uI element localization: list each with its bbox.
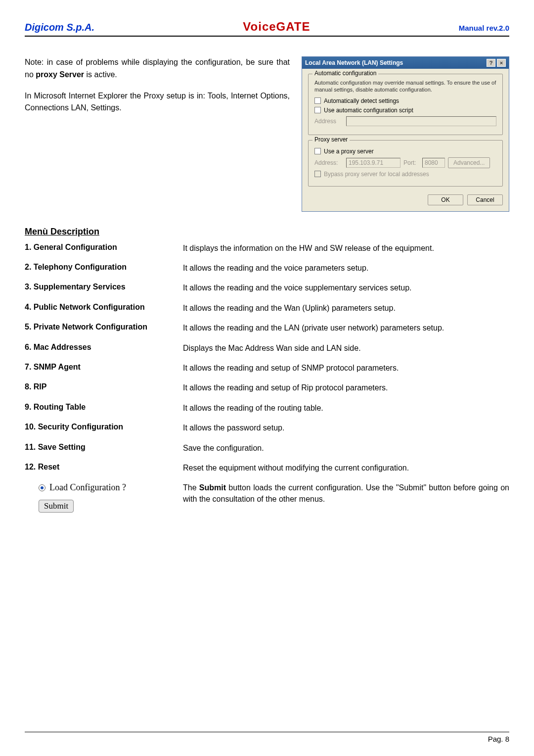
menu-row: 11. Save Setting Save the configuration. [25,443,509,454]
dialog-buttons: OK Cancel [308,191,503,205]
group-proxy-legend: Proxy server [312,136,350,143]
menu-row: 1. General Configuration It displays the… [25,243,509,254]
menu-item-label: 8. RIP [25,382,183,391]
radio-icon[interactable] [39,484,45,491]
menu-row: 9. Routing Table It allows the reading o… [25,403,509,414]
menu-row: 10. Security Configuration It allows the… [25,423,509,433]
menu-item-desc: It allows the reading of the routing tab… [183,403,509,414]
proxy-addr-label: Address: [314,159,343,166]
menu-item-desc: Displays the Mac Address Wan side and LA… [183,343,509,354]
page-header: Digicom S.p.A. VoiceGATE Manual rev.2.0 [25,20,509,34]
dialog-titlebar: Local Area Network (LAN) Settings ? × [302,57,509,69]
intro-p1: Note: in case of problems while displayi… [25,56,290,81]
menu-item-label: 10. Security Configuration [25,423,183,431]
menu-item-desc: It allows the reading and the Wan (Uplin… [183,303,509,314]
menu-item-label: 5. Private Network Configuration [25,323,183,331]
radio-dot [41,486,44,489]
help-icon[interactable]: ? [487,59,495,67]
load-desc-bold: Submit [199,483,226,492]
checkbox-icon[interactable] [314,148,321,154]
proxy-address-row: Address: 195.103.9.71 Port: 8080 Advance… [314,157,496,168]
footer-rule [25,732,509,732]
menu-item-label: 6. Mac Addresses [25,343,183,352]
group-auto-legend: Automatic configuration [312,70,378,77]
manual-rev: Manual rev.2.0 [459,24,509,32]
load-config-row: Load Configuration ? Submit The Submit b… [25,482,509,513]
dialog-title: Local Area Network (LAN) Settings [305,59,403,66]
menu-row: 5. Private Network Configuration It allo… [25,323,509,333]
page-number: Pag. 8 [488,735,509,743]
checkbox-icon[interactable] [314,171,321,177]
cb-auto-detect-row[interactable]: Automatically detect settings [314,97,496,104]
auto-address-row: Address [314,116,496,126]
menu-item-desc: Reset the equipment without modifying th… [183,463,509,473]
menu-description-list: 1. General Configuration It displays the… [25,243,509,513]
cb-auto-detect-label: Automatically detect settings [324,97,399,104]
ok-button[interactable]: OK [428,194,463,205]
menu-item-desc: It allows the password setup. [183,423,509,433]
auto-help: Automatic configuration may override man… [314,79,496,94]
menu-item-label: 4. Public Network Configuration [25,303,183,312]
cb-use-proxy-label: Use a proxy server [324,148,374,155]
load-config-radio[interactable]: Load Configuration ? [39,482,183,493]
load-desc-post: button loads the current configuration. … [183,483,509,503]
brand-left: Digicom S.p.A. [25,22,94,33]
submit-button[interactable]: Submit [39,500,74,513]
header-rule [25,36,509,37]
menu-row: 7. SNMP Agent It allows the reading and … [25,363,509,374]
intro-row: Note: in case of problems while displayi… [25,56,509,212]
menu-row: 6. Mac Addresses Displays the Mac Addres… [25,343,509,354]
menu-item-label: 12. Reset [25,463,183,472]
menu-item-label: 1. General Configuration [25,243,183,252]
checkbox-icon[interactable] [314,107,321,113]
intro-text: Note: in case of problems while displayi… [25,56,290,212]
cb-auto-script-label: Use automatic configuration script [324,107,413,114]
checkbox-icon[interactable] [314,97,321,104]
menu-row: 12. Reset Reset the equipment without mo… [25,463,509,473]
menu-row: 2. Telephony Configuration It allows the… [25,263,509,274]
load-config-desc: The Submit button loads the current conf… [183,482,509,505]
titlebar-icons: ? × [487,59,506,67]
intro-p1-bold: proxy Server [36,70,84,79]
menu-description-heading: Menù Description [25,227,509,237]
group-auto-config: Automatic configuration Automatic config… [308,74,503,135]
proxy-addr-input[interactable]: 195.103.9.71 [346,158,400,168]
lan-settings-dialog: Local Area Network (LAN) Settings ? × Au… [302,56,509,212]
menu-item-desc: It displays the information on the HW an… [183,243,509,254]
intro-p2: In Microsoft Internet Explorer the Proxy… [25,90,290,115]
cb-use-proxy-row[interactable]: Use a proxy server [314,148,496,155]
cb-bypass-row[interactable]: Bypass proxy server for local addresses [314,171,496,178]
cb-bypass-label: Bypass proxy server for local addresses [324,171,429,178]
auto-address-input[interactable] [346,116,496,126]
menu-row: 8. RIP It allows the reading and setup o… [25,382,509,393]
advanced-button[interactable]: Advanced... [448,157,490,168]
menu-item-label: 11. Save Setting [25,443,183,452]
menu-item-label: 7. SNMP Agent [25,363,183,372]
menu-item-label: 9. Routing Table [25,403,183,412]
load-config-label: Load Configuration ? [49,482,126,493]
menu-item-desc: It allows the reading and the LAN (priva… [183,323,509,333]
close-icon[interactable]: × [497,59,506,67]
proxy-port-label: Port: [403,159,419,166]
menu-item-desc: It allows the reading and the voice para… [183,263,509,274]
cb-auto-script-row[interactable]: Use automatic configuration script [314,107,496,114]
menu-item-label: 2. Telephony Configuration [25,263,183,272]
load-desc-pre: The [183,483,199,492]
dialog-body: Automatic configuration Automatic config… [302,69,509,211]
intro-p1-post: is active. [84,70,117,79]
menu-item-desc: Save the configuration. [183,443,509,454]
menu-row: 3. Supplementary Services It allows the … [25,283,509,293]
menu-item-desc: It allows the reading and the voice supp… [183,283,509,293]
menu-row: 4. Public Network Configuration It allow… [25,303,509,314]
menu-item-desc: It allows the reading and setup of SNMP … [183,363,509,374]
group-proxy: Proxy server Use a proxy server Address:… [308,140,503,187]
auto-address-label: Address [314,118,343,125]
product-name: VoiceGATE [243,20,310,34]
cancel-button[interactable]: Cancel [467,194,503,205]
proxy-port-input[interactable]: 8080 [422,158,445,168]
load-left: Load Configuration ? Submit [25,482,183,513]
menu-item-label: 3. Supplementary Services [25,283,183,291]
menu-item-desc: It allows the reading and setup of Rip p… [183,382,509,393]
